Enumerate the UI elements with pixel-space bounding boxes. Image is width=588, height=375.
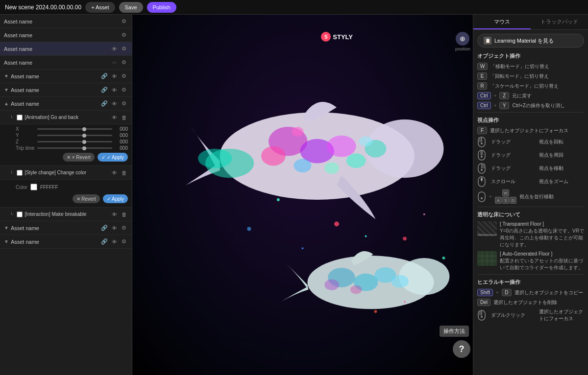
divider-3 — [477, 274, 584, 275]
shortcut-row-ctrl-z: Ctrl + Z 元に戻す — [477, 92, 584, 99]
svg-rect-34 — [478, 137, 482, 142]
link-icon[interactable]: 🔗 — [100, 224, 108, 232]
auto-floor-desc: [ Auto-Generated Floor ] 配置されているアセットの形状に… — [500, 251, 584, 271]
x-value: 000 — [114, 126, 128, 132]
interaction-component-row[interactable]: └ [Interaction] Make breakable 👁 🗑 — [0, 208, 132, 221]
auto-floor-thumb — [477, 251, 497, 266]
gear-icon[interactable]: ⚙ — [120, 238, 128, 246]
gear-icon[interactable]: ⚙ — [120, 59, 128, 67]
revert-button[interactable]: ✕ × Revert — [63, 153, 95, 162]
publish-button[interactable]: Publish — [147, 2, 176, 13]
eye-icon[interactable]: 👁 — [110, 86, 118, 94]
learn-btn-label: Learning Material を見る — [494, 37, 554, 45]
color-swatch[interactable] — [30, 184, 37, 190]
main-layout: Asset name ⚙ Asset name ⚙ Asset name 👁 ⚙… — [0, 15, 588, 375]
eye-icon[interactable]: 👁 — [110, 169, 118, 177]
revert-button[interactable]: ✕ Revert — [73, 194, 100, 203]
eye-icon[interactable]: 👁 — [110, 211, 118, 218]
gear-icon[interactable]: ⚙ — [120, 86, 128, 94]
eye-icon[interactable]: 👁 — [110, 114, 118, 121]
link-icon[interactable]: 🔗 — [100, 100, 108, 108]
svg-point-21 — [350, 285, 362, 294]
list-item[interactable]: ▼ Asset name 🔗 👁 ⚙ — [0, 221, 132, 235]
operation-method-button[interactable]: 操作方法 — [440, 326, 469, 337]
floor-ops-header: 透明な床について — [477, 211, 584, 218]
animation-expand-panel: X 000 Y 000 Z 000 Trip — [0, 124, 132, 166]
key-ctrl2: Ctrl — [477, 102, 491, 109]
svg-point-48 — [481, 197, 483, 199]
gear-icon[interactable]: ⚙ — [120, 18, 128, 25]
y-label: Y — [16, 133, 35, 138]
svg-point-31 — [404, 301, 406, 303]
eye-icon[interactable]: 👁 — [110, 100, 118, 108]
link-icon[interactable]: 🔗 — [100, 72, 108, 80]
book-icon: 📋 — [484, 37, 491, 45]
chevron-down-icon: ▼ — [4, 239, 9, 244]
styly-logo: S STYLY — [321, 32, 353, 42]
help-button[interactable]: ? — [453, 340, 470, 358]
triptime-slider[interactable] — [37, 147, 112, 149]
eye-icon[interactable]: 👁 — [110, 224, 118, 232]
key-d: D — [502, 289, 512, 296]
tab-trackpad[interactable]: トラックパッド — [531, 15, 588, 29]
eye-icon[interactable]: 👁 — [110, 238, 118, 246]
list-item[interactable]: ▼ Asset name 🔗 👁 ⚙ — [0, 83, 132, 97]
apply-button[interactable]: ✓ ✓ Apply — [98, 153, 128, 162]
position-button[interactable]: ⊕ position — [455, 32, 470, 51]
triptime-label: Trip time — [16, 145, 35, 151]
canvas-area[interactable]: S STYLY ⊕ position — [132, 15, 473, 375]
asset-name-label: Asset name — [11, 225, 98, 231]
key-z: Z — [499, 92, 509, 99]
z-slider[interactable] — [37, 141, 112, 142]
gear-icon[interactable]: ⚙ — [120, 72, 128, 80]
apply-button[interactable]: ✓ Apply — [103, 194, 128, 203]
asset-name-label: Asset name — [11, 87, 98, 93]
list-item[interactable]: ▲ Asset name 🔗 👁 ⚙ — [0, 97, 132, 111]
scene-title: New scene 2024.00.00.00.00 — [5, 4, 81, 11]
component-checkbox[interactable] — [17, 170, 23, 176]
style-component-row[interactable]: └ [Style change] Change color 👁 🗑 — [0, 166, 132, 180]
learning-material-button[interactable]: 📋 Learning Material を見る — [477, 34, 584, 47]
eye-off-icon[interactable]: 👁 — [110, 59, 118, 67]
list-item[interactable]: Asset name ⚙ — [0, 28, 132, 42]
svg-point-13 — [198, 149, 232, 168]
key-w: W — [477, 63, 488, 70]
gear-icon[interactable]: ⚙ — [120, 45, 128, 53]
eye-icon[interactable]: 👁 — [110, 45, 118, 53]
link-icon[interactable]: 🔗 — [100, 86, 108, 94]
key-r: R — [477, 82, 487, 90]
shortcut-row-e: E 「回転モード」に切り替え — [477, 72, 584, 80]
x-slider[interactable] — [37, 128, 112, 130]
list-item[interactable]: Asset name 👁 ⚙ — [0, 42, 132, 56]
asset-name-label: Asset name — [11, 73, 98, 79]
animation-component-row[interactable]: └ [Animation] Go and back 👁 🗑 — [0, 111, 132, 124]
add-asset-button[interactable]: + Asset — [85, 2, 115, 13]
delete-icon[interactable]: 🗑 — [120, 211, 128, 218]
gear-icon[interactable]: ⚙ — [120, 100, 128, 108]
delete-icon[interactable]: 🗑 — [120, 114, 128, 121]
indent-marker: └ — [10, 170, 13, 175]
component-checkbox[interactable] — [17, 211, 23, 217]
delete-icon[interactable]: 🗑 — [120, 169, 128, 177]
key-e: E — [477, 72, 487, 80]
gear-icon[interactable]: ⚙ — [120, 224, 128, 232]
list-item[interactable]: ▼ Asset name 🔗 👁 ⚙ — [0, 235, 132, 249]
component-checkbox[interactable] — [17, 115, 23, 120]
eye-icon[interactable]: 👁 — [110, 72, 118, 80]
interaction-component-label: [Interaction] Make breakable — [24, 211, 108, 217]
gear-icon[interactable]: ⚙ — [120, 31, 128, 39]
list-item[interactable]: Asset name ⚙ — [0, 15, 132, 28]
position-circle-icon[interactable]: ⊕ — [456, 32, 469, 46]
list-item[interactable]: ▼ Asset name 🔗 👁 ⚙ — [0, 70, 132, 83]
y-slider[interactable] — [37, 135, 112, 136]
x-slider-row: X 000 — [16, 126, 128, 132]
style-expand-panel: Color FFFFFF ✕ Revert ✓ Apply — [0, 180, 132, 208]
view-ops-header: 視点操作 — [477, 117, 584, 124]
list-item[interactable]: Asset name 👁 ⚙ — [0, 56, 132, 70]
tab-mouse[interactable]: マウス — [473, 15, 531, 29]
z-value: 000 — [114, 139, 128, 144]
link-icon[interactable]: 🔗 — [100, 238, 108, 246]
svg-point-20 — [324, 280, 339, 290]
triptime-slider-row: Trip time 000 — [16, 145, 128, 151]
save-button[interactable]: Save — [119, 2, 143, 13]
